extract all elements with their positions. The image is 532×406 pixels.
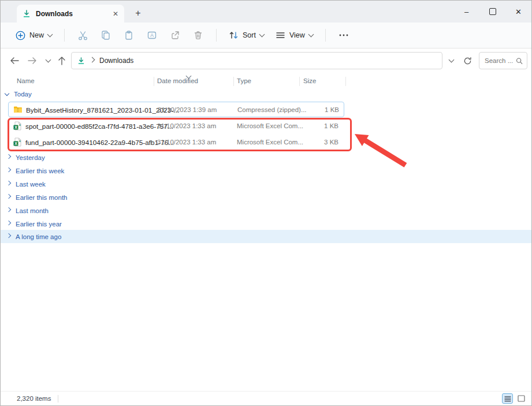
chevron-down-icon — [5, 91, 9, 95]
column-header-name[interactable]: Name — [17, 77, 35, 84]
file-explorer-window: Downloads ✕ + – ✕ New — [0, 0, 532, 406]
details-view-button[interactable] — [502, 393, 513, 404]
new-tab-button[interactable]: + — [131, 6, 145, 20]
file-name: fund_part-00000-39410462-22a9-4b75-afb1-… — [25, 139, 174, 147]
refresh-button[interactable] — [460, 54, 474, 68]
group-label: Yesterday — [16, 154, 45, 161]
group-header-yesterday[interactable]: Yesterday — [1, 151, 531, 164]
group-label: Earlier this month — [16, 194, 67, 201]
group-header-last-week[interactable]: Last week — [1, 177, 531, 191]
chevron-right-icon — [6, 154, 11, 159]
refresh-icon — [463, 57, 472, 65]
chevron-down-icon — [45, 57, 51, 63]
file-row-fund-csv[interactable]: X a fund_part-00000-39410462-22a9-4b75-a… — [8, 135, 344, 150]
scissors-icon — [77, 30, 88, 41]
trash-icon — [193, 30, 203, 40]
sort-button[interactable]: Sort — [223, 27, 270, 43]
file-size: 1 KB — [291, 122, 338, 129]
column-divider[interactable] — [154, 77, 154, 86]
tab-downloads[interactable]: Downloads ✕ — [17, 5, 124, 23]
delete-button[interactable] — [187, 26, 210, 44]
zip-folder-icon — [13, 105, 23, 114]
search-input[interactable] — [483, 57, 516, 65]
status-bar: 2,320 items — [1, 391, 531, 405]
file-row-bybit-zip[interactable]: Bybit_AssetHistory_8781621_2023-01-01_20… — [8, 102, 344, 117]
new-button-label: New — [29, 31, 44, 39]
search-box[interactable] — [479, 52, 527, 69]
group-header-today[interactable]: Today — [5, 91, 32, 98]
see-more-button[interactable] — [332, 26, 355, 44]
close-button[interactable]: ✕ — [505, 1, 531, 23]
back-button[interactable] — [8, 54, 21, 68]
column-header-size[interactable]: Size — [303, 77, 316, 84]
copy-button[interactable] — [94, 26, 117, 44]
arrow-right-icon — [27, 57, 37, 65]
column-header-type[interactable]: Type — [237, 77, 251, 84]
copy-icon — [101, 30, 111, 40]
file-row-spot-csv[interactable]: X a spot_part-00000-ed85f2ca-f7fd-4781-a… — [8, 118, 344, 134]
chevron-right-icon — [90, 57, 95, 63]
items-count: 2,320 items — [17, 395, 51, 402]
rename-button[interactable]: A — [140, 26, 163, 44]
share-button[interactable] — [163, 26, 187, 44]
share-icon — [170, 30, 180, 40]
cut-button[interactable] — [71, 26, 94, 44]
forward-button[interactable] — [25, 54, 39, 68]
file-size: 3 KB — [291, 139, 338, 146]
tab-close-icon[interactable]: ✕ — [113, 10, 118, 17]
group-header-earlier-this-year[interactable]: Earlier this year — [1, 217, 531, 230]
tab-label: Downloads — [36, 10, 73, 18]
group-header-earlier-this-week[interactable]: Earlier this week — [1, 164, 531, 177]
breadcrumb-item-downloads[interactable]: Downloads — [99, 57, 133, 65]
paste-button[interactable] — [117, 26, 140, 44]
chevron-right-icon — [6, 167, 11, 172]
minimize-button[interactable]: – — [453, 1, 479, 23]
group-header-last-month[interactable]: Last month — [1, 204, 531, 217]
toolbar-divider — [216, 29, 217, 42]
file-list-pane: Name Date modified Type Size Today Bybit… — [1, 73, 531, 392]
svg-text:X: X — [14, 125, 17, 129]
arrow-up-icon — [58, 56, 66, 65]
view-list-icon — [276, 31, 285, 39]
toolbar-divider — [64, 29, 65, 42]
group-header-earlier-this-month[interactable]: Earlier this month — [1, 191, 531, 204]
column-divider[interactable] — [345, 77, 346, 86]
view-button[interactable]: View — [270, 28, 319, 43]
excel-file-icon: X a — [13, 137, 22, 147]
arrow-left-icon — [10, 57, 20, 65]
status-divider — [58, 395, 58, 403]
view-toggles — [502, 393, 527, 404]
file-date: 31/10/2023 1:33 am — [157, 122, 216, 129]
chevron-right-icon — [6, 233, 11, 238]
command-toolbar: New A — [1, 23, 531, 49]
column-divider[interactable] — [299, 77, 300, 86]
svg-text:A: A — [150, 32, 154, 38]
column-divider[interactable] — [233, 77, 234, 86]
large-icons-view-button[interactable] — [516, 393, 527, 404]
file-size: 1 KB — [292, 106, 339, 113]
group-label: Last week — [16, 181, 46, 188]
excel-file-icon: X a — [13, 121, 22, 131]
address-bar: Downloads — [1, 49, 531, 73]
address-dropdown-button[interactable] — [444, 54, 458, 68]
file-date: 31/10/2023 1:39 am — [158, 106, 217, 113]
title-bar: Downloads ✕ + – ✕ — [1, 1, 531, 23]
file-date: 31/10/2023 1:33 am — [157, 139, 216, 146]
group-label: Earlier this year — [16, 221, 62, 228]
chevron-down-icon — [259, 32, 265, 38]
search-icon — [516, 57, 523, 65]
breadcrumb[interactable]: Downloads — [71, 52, 442, 69]
up-button[interactable] — [55, 54, 69, 68]
group-label: Earlier this week — [16, 167, 64, 174]
details-view-icon — [504, 396, 511, 402]
file-name: Bybit_AssetHistory_8781621_2023-01-01_20… — [26, 106, 179, 114]
recent-locations-button[interactable] — [41, 54, 55, 68]
large-icons-view-icon — [518, 395, 525, 402]
new-button[interactable]: New — [10, 27, 58, 44]
column-header-date-modified[interactable]: Date modified — [157, 77, 198, 84]
window-controls: – ✕ — [453, 1, 531, 23]
maximize-button[interactable] — [479, 1, 505, 23]
group-label: Today — [14, 91, 32, 98]
group-header-a-long-time-ago[interactable]: A long time ago — [1, 230, 531, 243]
chevron-right-icon — [6, 221, 11, 225]
